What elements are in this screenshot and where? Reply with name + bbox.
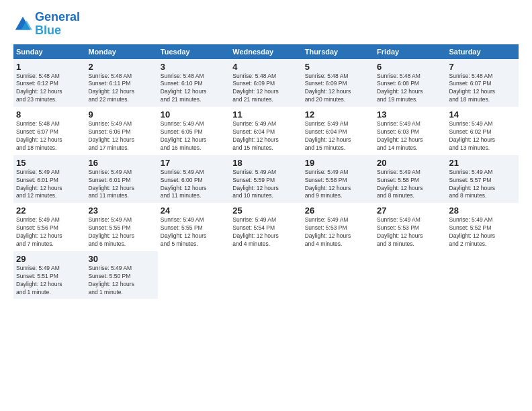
weekday-header: Sunday	[13, 44, 85, 59]
calendar-cell: 8Sunrise: 5:48 AM Sunset: 6:07 PM Daylig…	[13, 107, 85, 155]
logo: General Blue	[13, 11, 80, 38]
calendar-cell: 23Sunrise: 5:49 AM Sunset: 5:55 PM Dayli…	[85, 203, 157, 251]
day-info: Sunrise: 5:49 AM Sunset: 6:02 PM Dayligh…	[449, 120, 516, 152]
calendar-cell: 24Sunrise: 5:49 AM Sunset: 5:55 PM Dayli…	[158, 203, 230, 251]
day-info: Sunrise: 5:49 AM Sunset: 5:59 PM Dayligh…	[232, 169, 299, 201]
day-info: Sunrise: 5:49 AM Sunset: 6:01 PM Dayligh…	[88, 169, 154, 201]
day-number: 18	[232, 158, 299, 168]
day-info: Sunrise: 5:49 AM Sunset: 5:58 PM Dayligh…	[305, 169, 371, 201]
day-number: 4	[232, 62, 299, 72]
calendar-cell	[158, 251, 230, 300]
day-info: Sunrise: 5:49 AM Sunset: 6:00 PM Dayligh…	[161, 169, 227, 201]
page: General Blue SundayMondayTuesdayWednesda…	[0, 0, 532, 310]
calendar-cell: 26Sunrise: 5:49 AM Sunset: 5:53 PM Dayli…	[302, 203, 374, 251]
day-number: 8	[16, 109, 83, 120]
calendar-cell: 29Sunrise: 5:49 AM Sunset: 5:51 PM Dayli…	[13, 251, 85, 300]
day-number: 29	[16, 254, 83, 264]
weekday-header: Tuesday	[158, 44, 230, 59]
calendar-week-row: 15Sunrise: 5:49 AM Sunset: 6:01 PM Dayli…	[13, 155, 519, 203]
weekday-header: Thursday	[302, 44, 374, 59]
calendar-cell: 18Sunrise: 5:49 AM Sunset: 5:59 PM Dayli…	[230, 155, 302, 203]
calendar-cell: 6Sunrise: 5:48 AM Sunset: 6:08 PM Daylig…	[374, 59, 446, 107]
calendar-cell: 13Sunrise: 5:49 AM Sunset: 6:03 PM Dayli…	[374, 107, 446, 155]
day-info: Sunrise: 5:49 AM Sunset: 6:05 PM Dayligh…	[161, 120, 227, 152]
day-number: 2	[88, 62, 154, 72]
day-number: 23	[88, 205, 154, 216]
day-number: 13	[377, 109, 443, 120]
day-number: 7	[449, 62, 516, 72]
day-number: 28	[449, 205, 516, 216]
calendar-cell: 27Sunrise: 5:49 AM Sunset: 5:53 PM Dayli…	[374, 203, 446, 251]
calendar-cell: 16Sunrise: 5:49 AM Sunset: 6:01 PM Dayli…	[85, 155, 157, 203]
day-number: 16	[88, 158, 154, 168]
calendar-week-row: 22Sunrise: 5:49 AM Sunset: 5:56 PM Dayli…	[13, 203, 519, 251]
calendar-cell: 10Sunrise: 5:49 AM Sunset: 6:05 PM Dayli…	[158, 107, 230, 155]
day-info: Sunrise: 5:49 AM Sunset: 6:04 PM Dayligh…	[305, 120, 371, 152]
day-number: 27	[377, 205, 443, 216]
day-info: Sunrise: 5:48 AM Sunset: 6:07 PM Dayligh…	[449, 73, 516, 105]
day-number: 1	[16, 62, 83, 72]
calendar-cell: 7Sunrise: 5:48 AM Sunset: 6:07 PM Daylig…	[447, 59, 519, 107]
day-info: Sunrise: 5:49 AM Sunset: 6:06 PM Dayligh…	[88, 120, 154, 152]
calendar-week-row: 29Sunrise: 5:49 AM Sunset: 5:51 PM Dayli…	[13, 251, 519, 300]
day-number: 30	[88, 254, 154, 264]
calendar-cell: 28Sunrise: 5:49 AM Sunset: 5:52 PM Dayli…	[447, 203, 519, 251]
day-info: Sunrise: 5:49 AM Sunset: 6:03 PM Dayligh…	[377, 120, 443, 152]
calendar-cell	[374, 251, 446, 300]
day-info: Sunrise: 5:49 AM Sunset: 5:55 PM Dayligh…	[88, 216, 154, 248]
day-info: Sunrise: 5:49 AM Sunset: 5:57 PM Dayligh…	[449, 169, 516, 201]
calendar-cell: 5Sunrise: 5:48 AM Sunset: 6:09 PM Daylig…	[302, 59, 374, 107]
calendar-cell: 4Sunrise: 5:48 AM Sunset: 6:09 PM Daylig…	[230, 59, 302, 107]
day-number: 5	[305, 62, 371, 72]
calendar-cell: 25Sunrise: 5:49 AM Sunset: 5:54 PM Dayli…	[230, 203, 302, 251]
day-number: 21	[449, 158, 516, 168]
calendar-cell: 19Sunrise: 5:49 AM Sunset: 5:58 PM Dayli…	[302, 155, 374, 203]
calendar-cell: 30Sunrise: 5:49 AM Sunset: 5:50 PM Dayli…	[85, 251, 157, 300]
weekday-header: Wednesday	[230, 44, 302, 59]
logo-icon	[13, 15, 32, 34]
day-info: Sunrise: 5:49 AM Sunset: 5:53 PM Dayligh…	[377, 216, 443, 248]
day-info: Sunrise: 5:49 AM Sunset: 5:54 PM Dayligh…	[232, 216, 299, 248]
calendar-week-row: 8Sunrise: 5:48 AM Sunset: 6:07 PM Daylig…	[13, 107, 519, 155]
day-info: Sunrise: 5:48 AM Sunset: 6:08 PM Dayligh…	[377, 73, 443, 105]
day-info: Sunrise: 5:49 AM Sunset: 6:04 PM Dayligh…	[232, 120, 299, 152]
weekday-header: Saturday	[447, 44, 519, 59]
day-number: 14	[449, 109, 516, 120]
calendar-week-row: 1Sunrise: 5:48 AM Sunset: 6:12 PM Daylig…	[13, 59, 519, 107]
day-info: Sunrise: 5:49 AM Sunset: 6:01 PM Dayligh…	[16, 169, 83, 201]
day-number: 20	[377, 158, 443, 168]
calendar-cell: 21Sunrise: 5:49 AM Sunset: 5:57 PM Dayli…	[447, 155, 519, 203]
day-number: 26	[305, 205, 371, 216]
day-info: Sunrise: 5:48 AM Sunset: 6:09 PM Dayligh…	[305, 73, 371, 105]
day-number: 3	[161, 62, 227, 72]
day-number: 17	[161, 158, 227, 168]
calendar-cell	[302, 251, 374, 300]
day-info: Sunrise: 5:48 AM Sunset: 6:09 PM Dayligh…	[232, 73, 299, 105]
day-info: Sunrise: 5:49 AM Sunset: 5:55 PM Dayligh…	[161, 216, 227, 248]
calendar-cell	[447, 251, 519, 300]
day-info: Sunrise: 5:49 AM Sunset: 5:58 PM Dayligh…	[377, 169, 443, 201]
day-info: Sunrise: 5:48 AM Sunset: 6:12 PM Dayligh…	[16, 73, 83, 105]
day-info: Sunrise: 5:49 AM Sunset: 5:50 PM Dayligh…	[88, 265, 154, 297]
day-number: 22	[16, 205, 83, 216]
day-number: 9	[88, 109, 154, 120]
day-number: 25	[232, 205, 299, 216]
logo-text: General Blue	[35, 11, 80, 38]
calendar-cell: 11Sunrise: 5:49 AM Sunset: 6:04 PM Dayli…	[230, 107, 302, 155]
calendar-table: SundayMondayTuesdayWednesdayThursdayFrid…	[13, 44, 519, 300]
calendar-cell: 2Sunrise: 5:48 AM Sunset: 6:11 PM Daylig…	[85, 59, 157, 107]
calendar-cell: 17Sunrise: 5:49 AM Sunset: 6:00 PM Dayli…	[158, 155, 230, 203]
calendar-cell: 3Sunrise: 5:48 AM Sunset: 6:10 PM Daylig…	[158, 59, 230, 107]
day-info: Sunrise: 5:49 AM Sunset: 5:56 PM Dayligh…	[16, 216, 83, 248]
calendar-cell: 14Sunrise: 5:49 AM Sunset: 6:02 PM Dayli…	[447, 107, 519, 155]
day-number: 19	[305, 158, 371, 168]
calendar-cell: 22Sunrise: 5:49 AM Sunset: 5:56 PM Dayli…	[13, 203, 85, 251]
day-info: Sunrise: 5:49 AM Sunset: 5:52 PM Dayligh…	[449, 216, 516, 248]
calendar-cell: 15Sunrise: 5:49 AM Sunset: 6:01 PM Dayli…	[13, 155, 85, 203]
header: General Blue	[13, 11, 519, 38]
day-number: 24	[161, 205, 227, 216]
day-number: 11	[232, 109, 299, 120]
day-number: 10	[161, 109, 227, 120]
day-info: Sunrise: 5:49 AM Sunset: 5:53 PM Dayligh…	[305, 216, 371, 248]
calendar-cell: 1Sunrise: 5:48 AM Sunset: 6:12 PM Daylig…	[13, 59, 85, 107]
